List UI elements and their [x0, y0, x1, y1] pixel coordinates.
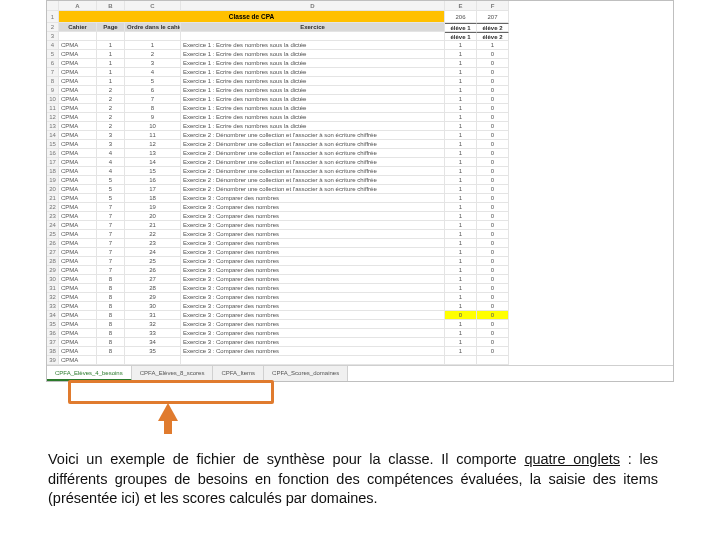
caption-text: Voici un exemple de fichier de synthèse …	[48, 450, 658, 509]
arrow-up-icon	[158, 403, 178, 421]
tab-CPFA_Elèves_4_besoins[interactable]: CPFA_Elèves_4_besoins	[47, 366, 132, 381]
tab-CPFA_Items[interactable]: CPFA_Items	[213, 366, 264, 381]
tab-CPFA_Elèves_8_scores[interactable]: CPFA_Elèves_8_scores	[132, 366, 214, 381]
callout-rectangle	[68, 380, 274, 404]
spreadsheet[interactable]: ABCDEF1Classe de CPA2062072CahierPageOrd…	[46, 0, 674, 382]
arrow-stem	[164, 420, 172, 434]
sheet-tabs: CPFA_Elèves_4_besoinsCPFA_Elèves_8_score…	[47, 365, 673, 381]
tab-CPFA_Scores_domaines[interactable]: CPFA_Scores_domaines	[264, 366, 348, 381]
